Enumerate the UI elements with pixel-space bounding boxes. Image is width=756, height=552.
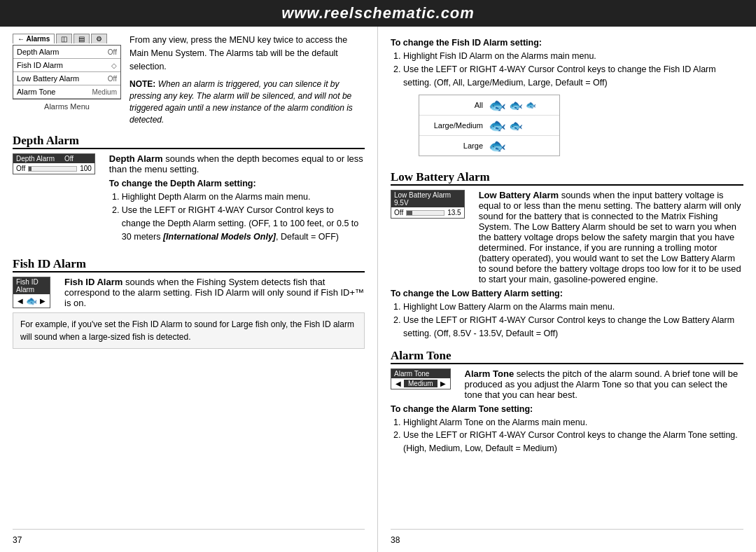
fish-id-widget: Fish ID Alarm ◀ 🐟 ▶: [13, 277, 50, 308]
depth-alarm-body: Depth Alarm Off Off 100 Depth Alarm: [13, 153, 365, 243]
fish-icon-l-1: 🐟: [489, 137, 506, 154]
tone-change-heading: To change the Alarm Tone setting:: [391, 404, 743, 414]
battery-change-heading: To change the Low Battery Alarm setting:: [391, 289, 743, 298]
depth-widget-max: 100: [80, 165, 92, 172]
battery-alarm-text: Low Battery Alarm sounds when the input …: [479, 190, 743, 284]
size-label-large: Large: [424, 142, 483, 150]
low-battery-body: Low Battery Alarm 9.5V Off 13.5 Low Batt…: [391, 190, 743, 284]
fish-id-right-section: To change the Fish ID Alarm setting: Hig…: [391, 34, 743, 162]
size-label-largemedium: Large/Medium: [424, 121, 483, 130]
fish-id-alarm-text: Fish ID Alarm sounds when the Fishing Sy…: [64, 277, 365, 308]
fish-size-all: All 🐟 🐟 🐟: [419, 95, 559, 116]
fish-arrow-left[interactable]: ◀: [18, 297, 23, 305]
fish-id-alarm-section: Fish ID Alarm Fish ID Alarm ◀ 🐟 ▶: [13, 257, 365, 349]
alarm-tone-section: Alarm Tone Alarm Tone ◀ Medium ▶ A: [391, 349, 743, 455]
menu-item-fishid[interactable]: Fish ID Alarm ◇: [13, 59, 120, 72]
battery-bold: Low Battery Alarm: [479, 190, 559, 200]
depth-change-heading: To change the Depth Alarm setting:: [109, 179, 365, 188]
tab-icon1[interactable]: ◫: [56, 34, 72, 43]
alarms-menu-description: From any view, press the MENU key twice …: [130, 34, 365, 125]
fish-icon-lm-1: 🐟: [489, 117, 506, 134]
fish-size-table: All 🐟 🐟 🐟 Large/Medium 🐟 🐟 Large: [419, 95, 560, 156]
alarms-tab-desc: From any view, press the MENU key twice …: [130, 34, 365, 73]
alarm-tone-bold: Alarm Tone: [465, 368, 514, 379]
right-page-number: 38: [391, 529, 743, 545]
depth-alarm-title: Depth Alarm: [13, 134, 79, 147]
alarm-tone-text: Alarm Tone selects the pitch of the alar…: [465, 368, 743, 400]
alarms-note: NOTE: When an alarm is triggered, you ca…: [130, 78, 365, 125]
left-page: ← Alarms ◫ ▤ ⚙ Depth Alarm Off Fish ID A…: [0, 27, 378, 552]
fish-id-example: For example, if you've set the Fish ID A…: [13, 312, 365, 349]
menu-item-lowbattery[interactable]: Low Battery Alarm Off: [13, 72, 120, 85]
depth-step-1: Highlight Depth Alarm on the Alarms main…: [122, 191, 365, 204]
low-battery-header: Low Battery Alarm: [391, 170, 743, 186]
menu-item-lowbattery-label: Low Battery Alarm: [17, 74, 79, 83]
alarms-menu-list: Depth Alarm Off Fish ID Alarm ◇ Low Batt…: [13, 45, 121, 99]
fish-icon-widget: 🐟: [26, 296, 37, 306]
tone-arrow-left[interactable]: ◀: [396, 380, 401, 387]
fish-arrow-right[interactable]: ▶: [40, 297, 46, 305]
alarms-menu-caption: Alarms Menu: [13, 102, 121, 111]
tone-arrow-right[interactable]: ▶: [440, 380, 446, 387]
tone-step-2: Use the LEFT or RIGHT 4-WAY Cursor Contr…: [403, 429, 743, 455]
fish-id-widget-wrap: Fish ID Alarm ◀ 🐟 ▶: [13, 277, 57, 308]
fish-icons-large: 🐟: [489, 137, 506, 154]
menu-item-depth[interactable]: Depth Alarm Off: [13, 46, 120, 59]
fish-icon-lm-2: 🐟: [509, 119, 523, 132]
fish-icon-all-3: 🐟: [526, 100, 536, 110]
battery-widget-title: Low Battery Alarm 9.5V: [391, 191, 464, 207]
tone-step-1: Highlight Alarm Tone on the Alarms main …: [403, 416, 743, 429]
tab-icon2[interactable]: ▤: [74, 34, 90, 43]
tab-icon3[interactable]: ⚙: [91, 34, 107, 43]
fish-id-right-heading: To change the Fish ID Alarm setting:: [391, 38, 743, 48]
battery-widget-wrap: Low Battery Alarm 9.5V Off 13.5: [391, 190, 472, 284]
alarm-tone-title: Alarm Tone: [391, 349, 451, 362]
alarms-menu-section: ← Alarms ◫ ▤ ⚙ Depth Alarm Off Fish ID A…: [13, 34, 365, 125]
depth-alarm-desc: Depth Alarm sounds when the depth become…: [109, 153, 365, 174]
depth-widget-row: Off 100: [13, 163, 94, 174]
fish-icons-all: 🐟 🐟 🐟: [489, 97, 536, 113]
battery-desc-text: sounds when the input battery voltage is…: [479, 190, 741, 284]
tone-widget-title: Alarm Tone: [391, 369, 450, 378]
battery-widget-row: Off 13.5: [391, 207, 464, 218]
fish-id-alarm-body: Fish ID Alarm ◀ 🐟 ▶ Fish ID Alarm sounds…: [13, 277, 365, 308]
menu-item-lowbattery-value: Off: [108, 75, 117, 83]
depth-step-2: Use the LEFT or RIGHT 4-WAY Cursor Contr…: [122, 204, 365, 243]
fish-icon-all-2: 🐟: [509, 99, 523, 112]
battery-alarm-widget: Low Battery Alarm 9.5V Off 13.5: [391, 190, 465, 219]
battery-off-label: Off: [394, 209, 403, 216]
depth-intl: [International Models Only]: [163, 232, 276, 242]
alarm-tone-header: Alarm Tone: [391, 349, 743, 364]
alarm-tone-desc: Alarm Tone selects the pitch of the alar…: [465, 368, 743, 400]
size-label-all: All: [424, 101, 483, 109]
depth-alarm-widget: Depth Alarm Off Off 100: [13, 153, 95, 174]
tab-alarms[interactable]: ← Alarms: [13, 34, 55, 43]
fish-widget-title: Fish ID Alarm: [13, 277, 50, 294]
depth-alarm-text: Depth Alarm sounds when the depth become…: [109, 153, 365, 243]
alarms-menu-widget: ← Alarms ◫ ▤ ⚙ Depth Alarm Off Fish ID A…: [13, 34, 121, 125]
low-battery-section: Low Battery Alarm Low Battery Alarm 9.5V…: [391, 170, 743, 340]
fish-id-desc: Fish ID Alarm sounds when the Fishing Sy…: [64, 277, 365, 308]
menu-item-fishid-value: ◇: [111, 62, 117, 69]
battery-slider[interactable]: [406, 210, 444, 216]
fish-icons-largemedium: 🐟 🐟: [489, 117, 523, 134]
fish-icon-all-1: 🐟: [489, 97, 506, 113]
note-label: NOTE:: [130, 79, 155, 89]
low-battery-title: Low Battery Alarm: [391, 170, 490, 184]
tone-widget-wrap: Alarm Tone ◀ Medium ▶: [391, 368, 458, 400]
fish-id-alarm-header: Fish ID Alarm: [13, 257, 365, 272]
fish-size-largemedium: Large/Medium 🐟 🐟: [419, 116, 559, 136]
battery-step-2: Use the LEFT or RIGHT 4-WAY Cursor Contr…: [403, 314, 743, 340]
watermark-bar: www.reelschematic.com: [0, 0, 756, 27]
depth-slider[interactable]: [28, 166, 77, 172]
depth-widget: Depth Alarm Off Off 100: [13, 153, 102, 243]
fish-id-right-steps: Highlight Fish ID Alarm on the Alarms ma…: [391, 50, 743, 89]
menu-item-fishid-label: Fish ID Alarm: [17, 61, 63, 69]
fish-size-large: Large 🐟: [419, 136, 559, 156]
left-page-number: 37: [13, 529, 365, 545]
menu-item-alarmtone[interactable]: Alarm Tone Medium: [13, 85, 120, 99]
fish-id-alarm-title: Fish ID Alarm: [13, 257, 86, 270]
battery-steps: Highlight Low Battery Alarm on the Alarm…: [391, 301, 743, 340]
fish-step-1: Highlight Fish ID Alarm on the Alarms ma…: [403, 50, 743, 63]
note-body: When an alarm is triggered, you can sile…: [130, 79, 353, 124]
